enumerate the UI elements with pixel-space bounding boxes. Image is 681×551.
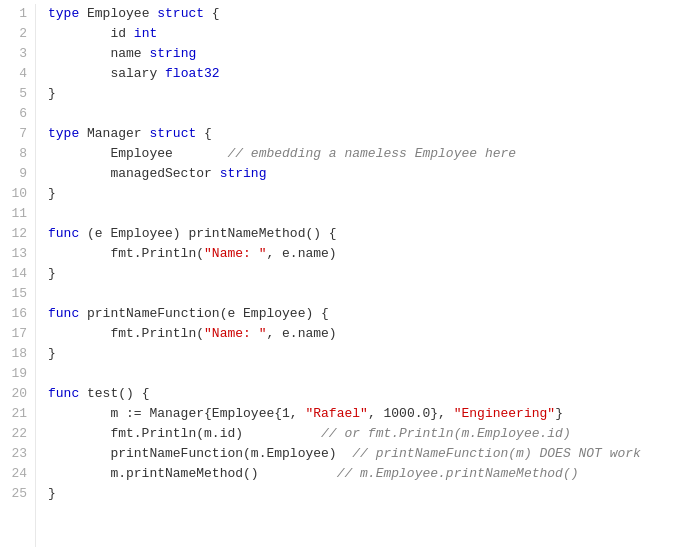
line-number: 2 [8,24,27,44]
line-number: 6 [8,104,27,124]
token-plain: printNameFunction(m.Employee) [48,446,352,461]
line-number: 19 [8,364,27,384]
line-number: 11 [8,204,27,224]
token-string: "Name: " [204,326,266,341]
token-plain: name [48,46,149,61]
token-comment: // or fmt.Println(m.Employee.id) [321,426,571,441]
line-number: 7 [8,124,27,144]
code-line: fmt.Println("Name: ", e.name) [48,244,669,264]
token-plain: managedSector [48,166,220,181]
line-number: 25 [8,484,27,504]
line-number: 1 [8,4,27,24]
token-plain: } [48,186,56,201]
line-number: 17 [8,324,27,344]
code-line: printNameFunction(m.Employee) // printNa… [48,444,669,464]
token-kw: struct [149,126,196,141]
code-line [48,364,669,384]
line-number: 16 [8,304,27,324]
token-plain: test() { [79,386,149,401]
line-number: 20 [8,384,27,404]
code-container: 1234567891011121314151617181920212223242… [0,0,681,551]
code-line: salary float32 [48,64,669,84]
token-plain: } [48,266,56,281]
token-kw: type [48,6,79,21]
code-line: func (e Employee) printNameMethod() { [48,224,669,244]
line-number: 23 [8,444,27,464]
token-plain: } [48,86,56,101]
code-line: fmt.Println(m.id) // or fmt.Println(m.Em… [48,424,669,444]
code-line: } [48,344,669,364]
code-line [48,204,669,224]
token-comment: // embedding a nameless Employee here [227,146,516,161]
line-number: 21 [8,404,27,424]
token-plain: , 1000.0}, [368,406,454,421]
token-plain: m.printNameMethod() [48,466,337,481]
line-number: 18 [8,344,27,364]
code-line: func test() { [48,384,669,404]
token-plain: } [555,406,563,421]
token-string: "Rafael" [305,406,367,421]
token-string: "Name: " [204,246,266,261]
token-plain: } [48,346,56,361]
code-line: fmt.Println("Name: ", e.name) [48,324,669,344]
line-number: 10 [8,184,27,204]
line-number: 22 [8,424,27,444]
code-line: Employee // embedding a nameless Employe… [48,144,669,164]
token-comment: // m.Employee.printNameMethod() [337,466,579,481]
line-number: 24 [8,464,27,484]
token-plain: (e Employee) printNameMethod() { [79,226,336,241]
token-plain: id [48,26,134,41]
line-number: 8 [8,144,27,164]
token-kw: struct [157,6,204,21]
token-builtin: float32 [165,66,220,81]
line-number: 13 [8,244,27,264]
line-number: 3 [8,44,27,64]
code-line: name string [48,44,669,64]
code-line: type Employee struct { [48,4,669,24]
code-lines: type Employee struct { id int name strin… [36,4,681,547]
line-number: 5 [8,84,27,104]
token-builtin: int [134,26,157,41]
token-kw: func [48,226,79,241]
code-line: } [48,484,669,504]
token-plain: fmt.Println( [48,326,204,341]
code-line: m := Manager{Employee{1, "Rafael", 1000.… [48,404,669,424]
token-plain: } [48,486,56,501]
code-line: } [48,184,669,204]
token-plain: salary [48,66,165,81]
code-line [48,284,669,304]
token-plain: { [204,6,220,21]
token-builtin: string [220,166,267,181]
line-number: 4 [8,64,27,84]
token-plain: , e.name) [266,326,336,341]
token-plain: { [196,126,212,141]
code-line: } [48,264,669,284]
line-number: 12 [8,224,27,244]
token-plain: Employee [79,6,157,21]
token-plain: m := Manager{Employee{1, [48,406,305,421]
token-string: "Engineering" [454,406,555,421]
token-plain: Employee [48,146,227,161]
token-builtin: string [149,46,196,61]
line-number: 15 [8,284,27,304]
code-line [48,104,669,124]
token-kw: func [48,306,79,321]
code-line: id int [48,24,669,44]
code-line: } [48,84,669,104]
token-plain: Manager [79,126,149,141]
line-numbers: 1234567891011121314151617181920212223242… [0,4,36,547]
line-number: 9 [8,164,27,184]
token-kw: func [48,386,79,401]
code-line: m.printNameMethod() // m.Employee.printN… [48,464,669,484]
token-plain: , e.name) [266,246,336,261]
code-line: managedSector string [48,164,669,184]
token-kw: type [48,126,79,141]
line-number: 14 [8,264,27,284]
code-line: type Manager struct { [48,124,669,144]
token-plain: fmt.Println(m.id) [48,426,321,441]
token-plain: printNameFunction(e Employee) { [79,306,329,321]
token-plain: fmt.Println( [48,246,204,261]
code-line: func printNameFunction(e Employee) { [48,304,669,324]
token-comment: // printNameFunction(m) DOES NOT work [352,446,641,461]
